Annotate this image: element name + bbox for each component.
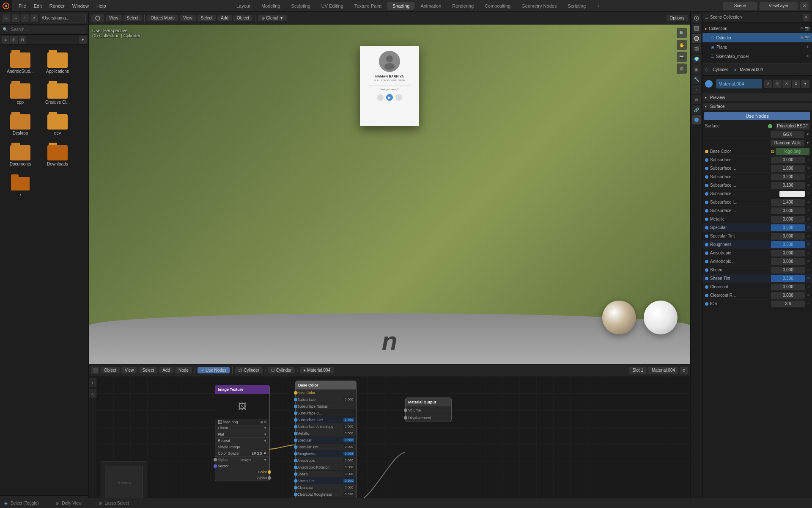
base-color-value[interactable]: logo.png <box>776 148 809 155</box>
select-btn[interactable]: Select <box>198 15 216 21</box>
tab-geometry-nodes[interactable]: Geometry Nodes <box>516 2 562 10</box>
camera-btn[interactable]: 📷 <box>677 52 687 62</box>
ggx-dropdown[interactable]: GGX <box>771 131 804 138</box>
specular-arrow[interactable]: ≡ <box>807 226 809 229</box>
ss-ior-arrow[interactable]: ≡ <box>807 200 809 204</box>
card-play-btn[interactable]: ▶ <box>386 94 393 101</box>
subsurface-prop-val[interactable]: 0.000 <box>771 157 805 163</box>
node-object-btn[interactable]: Object <box>101 367 120 373</box>
principled-bsdf-dropdown[interactable]: Principled BSDF <box>776 123 809 130</box>
tab-compositing[interactable]: Compositing <box>480 2 516 10</box>
ss-aniso-prop-val[interactable]: 0.000 <box>771 207 805 214</box>
sc-item-sketchfab[interactable]: ☰ Sketchfab_model 👁 <box>702 52 812 61</box>
physics-icon[interactable]: ⊕ <box>692 95 701 104</box>
constraints-icon[interactable]: 🔗 <box>692 105 701 114</box>
modifier-props-icon[interactable]: 🔧 <box>692 75 701 84</box>
object-props-icon[interactable]: ▣ <box>692 64 701 74</box>
material-output-node[interactable]: Material Output Volume Displacement <box>405 398 452 422</box>
tab-modeling[interactable]: Modeling <box>256 2 285 10</box>
ss-method-arrow[interactable]: ▼ <box>806 141 809 145</box>
eye-icon-2[interactable]: 👁 <box>800 36 804 40</box>
scene-props-icon[interactable]: 🎬 <box>692 44 701 53</box>
fb-item-creative[interactable]: Creative Cl... <box>41 79 74 107</box>
ss-3-arrow[interactable]: ≡ <box>807 183 809 187</box>
aniso-rot-prop-val[interactable]: 0.000 <box>771 258 805 265</box>
clearcoat-arrow[interactable]: ≡ <box>807 285 809 289</box>
subsurface-color-swatch[interactable] <box>779 191 805 197</box>
material-name-field[interactable]: Material.004 <box>716 79 762 88</box>
spec-tint-prop-val[interactable]: 0.000 <box>771 233 805 240</box>
transform-global[interactable]: ⊕ Global ▼ <box>258 15 287 21</box>
metallic-arrow[interactable]: ≡ <box>807 217 809 221</box>
menu-window[interactable]: Window <box>69 2 92 10</box>
image-texture-node[interactable]: Image Texture 🖼 🖼 logo.png ⚙ ✕ <box>215 385 270 481</box>
ss-ior-prop-val[interactable]: 1.400 <box>771 199 805 206</box>
img-edit-btn[interactable]: ⚙ <box>260 420 263 424</box>
camera-sc-icon-2[interactable]: 📷 <box>805 36 809 40</box>
clearcoat-r-arrow[interactable]: ≡ <box>807 293 809 297</box>
card-next-btn[interactable]: ▷ <box>395 94 402 101</box>
eye-icon[interactable]: 👁 <box>800 26 804 30</box>
ggx-arrow[interactable]: ▼ <box>806 133 809 136</box>
breadcrumb-cylinder-2[interactable]: ⬡ Cylinder <box>268 367 295 373</box>
fb-item-downloads[interactable]: Downloads <box>41 141 74 168</box>
eye-icon-3[interactable]: 👁 <box>806 45 809 49</box>
eye-icon-4[interactable]: 👁 <box>806 54 809 58</box>
tab-rendering[interactable]: Rendering <box>447 2 479 10</box>
node-settings-btn[interactable]: ⚙ <box>680 367 688 374</box>
tab-add[interactable]: + <box>592 2 604 10</box>
add-btn[interactable]: Add <box>217 15 232 21</box>
surface-header[interactable]: ▾ Surface <box>702 103 812 110</box>
specular-prop-val[interactable]: 0.500 <box>771 224 805 231</box>
material-dropdown[interactable]: Material.004 <box>648 367 678 374</box>
use-nodes-toggle[interactable]: ✓ Use Nodes <box>198 367 230 373</box>
sc-item-cylinder[interactable]: ⬡ Cylinder 👁 📷 <box>702 33 812 42</box>
roughness-prop-val[interactable]: 0.500 <box>771 241 805 248</box>
ss-i-prop-val[interactable]: 1.000 <box>771 165 805 172</box>
img-del-btn[interactable]: ✕ <box>264 420 267 424</box>
ss-2-prop-val[interactable]: 0.200 <box>771 174 805 180</box>
ss-3-prop-val[interactable]: 0.100 <box>771 182 805 189</box>
aniso-rot-arrow[interactable]: ≡ <box>807 260 809 263</box>
node-sidebar-icon-1[interactable]: + <box>89 378 97 387</box>
menu-edit[interactable]: Edit <box>30 2 45 10</box>
colorspace-value[interactable]: sRGB ▼ <box>252 451 267 456</box>
particles-icon[interactable]: · <box>692 85 701 94</box>
tab-uv-editing[interactable]: UV Editing <box>316 2 348 10</box>
render-props-icon[interactable] <box>692 14 701 23</box>
3d-viewport[interactable]: User Perspective (0) Collection | Cylind… <box>89 25 690 364</box>
world-props-icon[interactable]: 🌍 <box>692 54 701 64</box>
mat-del-btn[interactable]: ✕ <box>782 80 791 88</box>
sheen-prop-val[interactable]: 0.000 <box>771 267 805 273</box>
card-prev-btn[interactable]: ◁ <box>377 94 384 101</box>
menu-help[interactable]: Help <box>93 2 110 10</box>
menu-render[interactable]: Render <box>46 2 68 10</box>
ss-i-arrow[interactable]: ≡ <box>807 166 809 170</box>
fb-item-cpp[interactable]: cpp <box>3 79 37 107</box>
interp-arrow[interactable]: ▼ <box>263 426 267 430</box>
viewport-shading-icon[interactable] <box>692 34 701 43</box>
breadcrumb-material[interactable]: ● Material.004 <box>300 367 334 373</box>
viewport-icon-btn[interactable] <box>91 14 104 22</box>
node-node-btn[interactable]: Node <box>175 367 192 373</box>
view-btn[interactable]: View <box>180 15 196 21</box>
node-select-btn[interactable]: Select <box>139 367 157 373</box>
spec-tint-arrow[interactable]: ≡ <box>807 234 809 238</box>
fb-list-view[interactable]: ≡ <box>2 36 9 44</box>
use-nodes-btn[interactable]: Use Nodes <box>704 112 810 120</box>
ior-prop-val[interactable]: 3.6 <box>771 301 805 307</box>
fb-filter[interactable]: ▼ <box>79 36 87 44</box>
slot-dropdown[interactable]: Slot 1 <box>629 367 647 374</box>
node-editor-type[interactable]: ⬛ <box>91 367 99 374</box>
tab-scripting[interactable]: Scripting <box>562 2 591 10</box>
subsurface-arrow[interactable]: ≡ <box>807 158 809 162</box>
sheen-arrow[interactable]: ≡ <box>807 268 809 272</box>
clearcoat-r-prop-val[interactable]: 0.030 <box>771 292 805 299</box>
node-sidebar-icon-2[interactable]: ◁ <box>89 389 97 398</box>
fb-refresh-btn[interactable]: ↺ <box>30 14 38 22</box>
clearcoat-prop-val[interactable]: 0.000 <box>771 284 805 290</box>
alpha-arrow[interactable]: ▼ <box>263 458 267 462</box>
tab-texture-paint[interactable]: Texture Paint <box>349 2 387 10</box>
object-mode-dropdown[interactable]: Object Mode <box>147 15 178 21</box>
fb-item-applications[interactable]: Applications <box>41 48 74 76</box>
